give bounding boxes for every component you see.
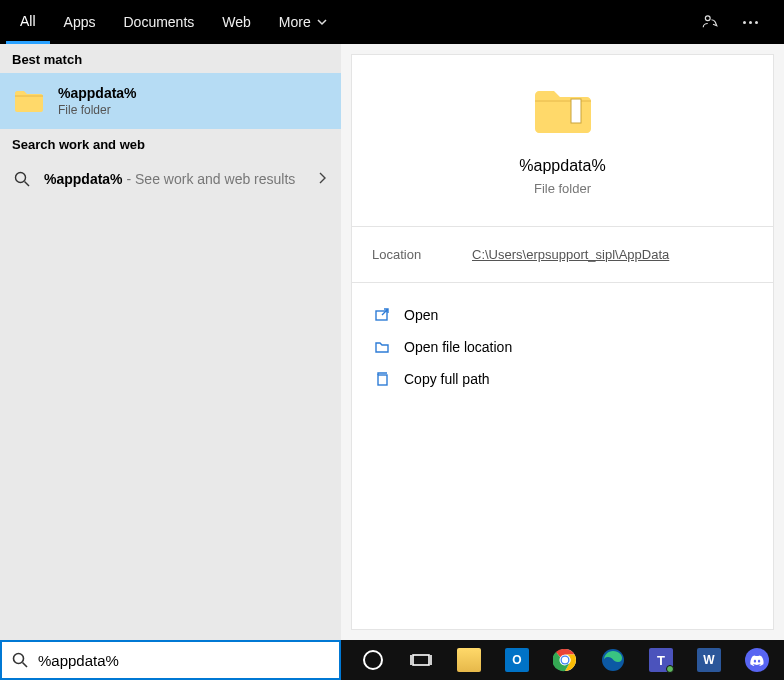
action-copy-full-path[interactable]: Copy full path: [370, 363, 755, 395]
location-value[interactable]: C:\Users\erpsupport_sipl\AppData: [472, 247, 669, 262]
taskbar-file-explorer[interactable]: [447, 640, 491, 680]
search-icon: [12, 652, 28, 668]
tab-more-label: More: [279, 14, 311, 30]
web-result-query: %appdata%: [44, 171, 123, 187]
search-icon: [14, 171, 30, 187]
detail-subtitle: File folder: [362, 181, 763, 196]
svg-point-6: [14, 654, 24, 664]
detail-location-row: Location C:\Users\erpsupport_sipl\AppDat…: [352, 227, 773, 283]
tab-apps[interactable]: Apps: [50, 0, 110, 44]
detail-card: %appdata% File folder Location C:\Users\…: [351, 54, 774, 630]
action-open-location-label: Open file location: [404, 339, 512, 355]
chevron-down-icon: [317, 14, 327, 30]
best-match-title: %appdata%: [58, 85, 137, 101]
web-result-suffix: - See work and web results: [123, 171, 296, 187]
detail-title: %appdata%: [362, 157, 763, 175]
svg-point-1: [16, 173, 26, 183]
best-match-result[interactable]: %appdata% File folder: [0, 73, 341, 129]
taskbar-word[interactable]: W: [687, 640, 731, 680]
action-open-file-location[interactable]: Open file location: [370, 331, 755, 363]
section-header-work-and-web: Search work and web: [0, 129, 341, 158]
folder-icon: [14, 88, 44, 114]
tab-all[interactable]: All: [6, 0, 50, 44]
tabbar-right-controls: [700, 0, 784, 44]
location-label: Location: [372, 247, 472, 262]
more-options-icon[interactable]: [740, 12, 760, 32]
taskbar-outlook[interactable]: O: [495, 640, 539, 680]
section-header-best-match: Best match: [0, 44, 341, 73]
best-match-text: %appdata% File folder: [58, 85, 137, 117]
svg-point-0: [705, 16, 710, 21]
action-copy-path-label: Copy full path: [404, 371, 490, 387]
taskbar-edge[interactable]: [591, 640, 635, 680]
feedback-icon[interactable]: [700, 12, 720, 32]
taskbar-discord[interactable]: [735, 640, 779, 680]
svg-rect-5: [378, 375, 387, 385]
taskbar-task-view[interactable]: [399, 640, 443, 680]
search-box[interactable]: [0, 640, 341, 680]
web-result-row[interactable]: %appdata% - See work and web results: [0, 158, 341, 200]
open-icon: [374, 307, 390, 323]
bottom-bar: O T W: [0, 640, 784, 680]
search-filter-tabbar: All Apps Documents Web More: [0, 0, 784, 44]
folder-open-icon: [374, 339, 390, 355]
svg-point-8: [364, 651, 382, 669]
results-list: Best match %appdata% File folder Search …: [0, 44, 341, 640]
folder-icon: [533, 85, 593, 137]
svg-line-7: [23, 663, 28, 668]
web-result-text: %appdata% - See work and web results: [44, 171, 295, 187]
best-match-subtitle: File folder: [58, 103, 137, 117]
tab-documents[interactable]: Documents: [109, 0, 208, 44]
svg-rect-9: [413, 655, 429, 665]
tab-web[interactable]: Web: [208, 0, 265, 44]
detail-actions: Open Open file location Copy full path: [352, 283, 773, 411]
detail-header: %appdata% File folder: [352, 55, 773, 227]
taskbar-teams[interactable]: T: [639, 640, 683, 680]
svg-rect-3: [571, 99, 581, 123]
chevron-right-icon: [317, 170, 327, 188]
taskbar-cortana[interactable]: [351, 640, 395, 680]
search-input[interactable]: [38, 652, 329, 669]
search-results-main: Best match %appdata% File folder Search …: [0, 44, 784, 640]
result-detail-panel: %appdata% File folder Location C:\Users\…: [341, 44, 784, 640]
svg-line-2: [25, 182, 30, 187]
taskbar-chrome[interactable]: [543, 640, 587, 680]
action-open-label: Open: [404, 307, 438, 323]
svg-point-15: [562, 657, 568, 663]
copy-icon: [374, 371, 390, 387]
taskbar: O T W: [341, 640, 784, 680]
tab-more[interactable]: More: [265, 0, 341, 44]
action-open[interactable]: Open: [370, 299, 755, 331]
